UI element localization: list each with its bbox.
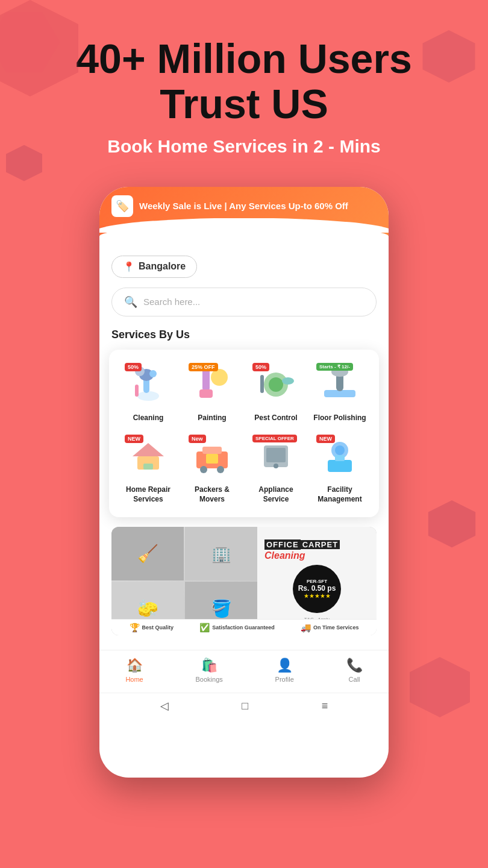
nav-label-home: Home (125, 676, 143, 683)
phone-mockup: 🏷️ Weekly Sale is Live | Any Services Up… (0, 187, 488, 778)
service-badge-pest-control: 50% (252, 363, 269, 371)
service-badge-cleaning: 50% (125, 363, 142, 371)
service-item-pest-control[interactable]: 50% Pest Control (246, 359, 305, 427)
service-name-packers-movers: Packers & Movers (185, 485, 239, 504)
service-badge-floor-polishing: Starts - ₹ 12/- (316, 363, 353, 371)
promo-stars: ★★★★★ (304, 593, 331, 599)
svg-rect-29 (206, 454, 218, 464)
promo-footer-satisfaction: ✅ Satisfaction Guaranteed (199, 623, 275, 632)
service-img-painting: 25% OFF (189, 363, 236, 410)
service-name-floor-polishing: Floor Polishing (313, 414, 366, 423)
service-img-cleaning: 50% (125, 363, 172, 410)
service-img-packers-movers: New (189, 435, 236, 482)
promo-footer-ontime: 🚚 On Time Services (301, 623, 358, 632)
hex-decoration-right-mid (428, 500, 476, 555)
promo-price-label: PER-SFT (307, 579, 327, 584)
promo-footer-quality: 🏆 Best Quality (130, 623, 174, 632)
svg-marker-2 (423, 30, 475, 83)
services-section-title: Services By Us (111, 329, 377, 341)
svg-marker-3 (6, 145, 42, 181)
hex-decoration-top-right (422, 30, 476, 90)
service-img-appliance-service: SPECIAL OFFER (252, 435, 299, 482)
phone-frame: 🏷️ Weekly Sale is Live | Any Services Up… (99, 187, 389, 778)
promo-footer: 🏆 Best Quality ✅ Satisfaction Guaranteed… (111, 619, 377, 635)
nav-item-profile[interactable]: 👤 Profile (275, 658, 294, 683)
quality-icon: 🏆 (130, 623, 140, 632)
service-badge-painting: 25% OFF (189, 363, 218, 371)
nav-item-call[interactable]: 📞 Call (346, 658, 363, 683)
service-badge-facility-management: NEW (316, 435, 335, 443)
service-item-cleaning[interactable]: 50% Cleaning (119, 359, 178, 427)
service-item-facility-management[interactable]: NEW Facility Management (310, 431, 369, 508)
nav-icon-profile: 👤 (277, 658, 293, 673)
svg-marker-5 (410, 657, 470, 717)
svg-rect-36 (335, 455, 345, 461)
nav-icon-call: 📞 (346, 658, 363, 673)
promo-subtitle: Cleaning (264, 550, 369, 561)
service-item-appliance-service[interactable]: SPECIAL OFFER Appliance Service (246, 431, 305, 508)
svg-point-32 (274, 464, 278, 468)
back-button[interactable]: ◁ (160, 699, 169, 712)
promo-img-1: 🧹 (111, 527, 184, 580)
svg-point-16 (269, 377, 283, 392)
search-bar[interactable]: 🔍 Search here... (111, 288, 377, 316)
svg-rect-24 (143, 464, 153, 470)
svg-point-18 (282, 377, 294, 385)
service-name-facility-management: Facility Management (313, 485, 367, 504)
satisfaction-label: Satisfaction Guaranteed (212, 624, 275, 631)
svg-rect-31 (266, 448, 286, 462)
nav-icon-home: 🏠 (127, 658, 143, 673)
service-img-pest-control: 50% (252, 363, 299, 410)
phone-system-nav: ◁ □ ≡ (99, 693, 389, 719)
nav-item-home[interactable]: 🏠 Home (125, 658, 143, 683)
hex-decoration-top-left (0, 0, 78, 108)
satisfaction-icon: ✅ (199, 623, 210, 632)
promo-price-value: Rs. 0.50 ps (298, 584, 336, 593)
menu-button[interactable]: ≡ (322, 700, 328, 712)
service-item-packers-movers[interactable]: New Packers & Movers (183, 431, 242, 508)
hero-title: 40+ Million Users Trust US (36, 36, 452, 127)
banner-text: Weekly Sale is Live | Any Services Up-to… (139, 201, 348, 211)
hex-decoration-mid-left (6, 145, 42, 187)
search-placeholder: Search here... (143, 297, 200, 307)
svg-point-34 (335, 445, 345, 455)
nav-item-bookings[interactable]: 🛍️ Bookings (196, 658, 223, 683)
ontime-label: On Time Services (313, 624, 358, 631)
svg-point-14 (211, 369, 228, 386)
service-name-pest-control: Pest Control (254, 414, 297, 423)
service-item-floor-polishing[interactable]: Starts - ₹ 12/- Floor Polishing (310, 359, 369, 427)
service-badge-packers-movers: New (189, 435, 206, 443)
banner-tag-icon: 🏷️ (111, 195, 133, 217)
service-item-painting[interactable]: 25% OFF Painting (183, 359, 242, 427)
search-icon: 🔍 (124, 295, 137, 309)
bottom-navigation: 🏠 Home 🛍️ Bookings 👤 Profile 📞 Call (99, 650, 389, 693)
svg-rect-11 (135, 385, 139, 397)
svg-rect-26 (202, 447, 222, 454)
service-badge-appliance-service: SPECIAL OFFER (252, 435, 297, 442)
promo-banner-top: 🏷️ Weekly Sale is Live | Any Services Up… (99, 187, 389, 225)
home-button[interactable]: □ (242, 700, 248, 712)
nav-label-bookings: Bookings (196, 676, 223, 683)
services-grid: 50% Cleaning 25% OFF Painting 50% Pest C… (119, 359, 369, 508)
promo-img-2: 🏢 (185, 527, 257, 580)
promo-title: OFFICECARPET (264, 541, 369, 549)
svg-point-28 (217, 466, 224, 473)
svg-rect-13 (199, 389, 213, 398)
services-grid-wrapper: 50% Cleaning 25% OFF Painting 50% Pest C… (109, 350, 379, 518)
location-pin-icon: 📍 (123, 261, 135, 272)
svg-point-10 (149, 370, 157, 377)
service-name-home-repair: Home Repair Services (121, 485, 175, 504)
promo-carpet-banner[interactable]: 🧹 🏢 🧽 🪣 OFFICECARPET Cleaning PER-SFT Rs… (111, 527, 377, 635)
svg-rect-35 (328, 460, 352, 472)
nav-label-call: Call (349, 676, 360, 683)
service-name-appliance-service: Appliance Service (249, 485, 303, 504)
svg-rect-17 (260, 375, 264, 393)
service-img-floor-polishing: Starts - ₹ 12/- (316, 363, 363, 410)
service-item-home-repair[interactable]: NEW Home Repair Services (119, 431, 178, 508)
nav-icon-bookings: 🛍️ (201, 658, 217, 673)
location-selector[interactable]: 📍 Bangalore (111, 256, 197, 278)
hero-subtitle: Book Home Services in 2 - Mins (36, 136, 452, 157)
svg-marker-23 (133, 443, 164, 456)
svg-point-27 (200, 466, 207, 473)
svg-rect-12 (202, 368, 210, 392)
